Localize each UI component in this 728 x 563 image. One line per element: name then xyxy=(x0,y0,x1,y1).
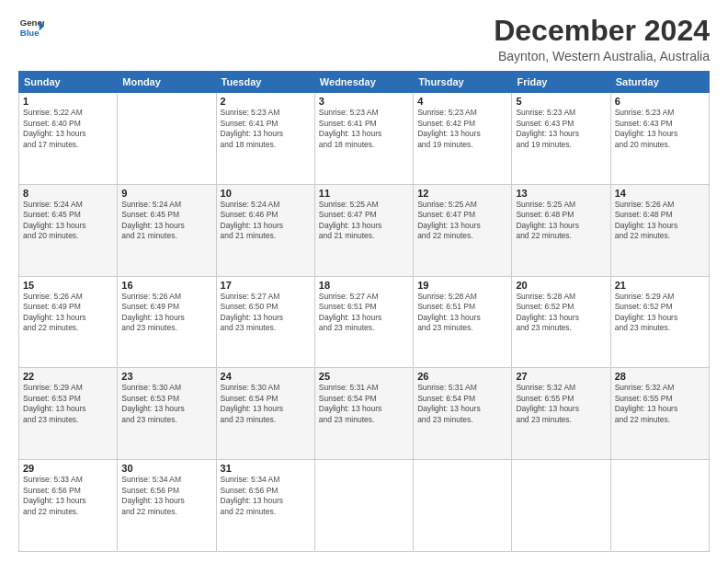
table-row: 30Sunrise: 5:34 AMSunset: 6:56 PMDayligh… xyxy=(118,460,216,552)
table-row: 25Sunrise: 5:31 AMSunset: 6:54 PMDayligh… xyxy=(314,368,413,460)
table-row xyxy=(610,460,709,552)
header-thursday: Thursday xyxy=(414,72,512,93)
table-row: 9Sunrise: 5:24 AMSunset: 6:45 PMDaylight… xyxy=(118,184,216,276)
table-row: 15Sunrise: 5:26 AMSunset: 6:49 PMDayligh… xyxy=(19,276,118,368)
table-row: 24Sunrise: 5:30 AMSunset: 6:54 PMDayligh… xyxy=(216,368,314,460)
table-row: 13Sunrise: 5:25 AMSunset: 6:48 PMDayligh… xyxy=(512,184,610,276)
table-row: 3Sunrise: 5:23 AMSunset: 6:41 PMDaylight… xyxy=(314,93,413,185)
table-row: 16Sunrise: 5:26 AMSunset: 6:49 PMDayligh… xyxy=(118,276,216,368)
header-friday: Friday xyxy=(512,72,610,93)
table-row: 12Sunrise: 5:25 AMSunset: 6:47 PMDayligh… xyxy=(414,184,512,276)
table-row: 19Sunrise: 5:28 AMSunset: 6:51 PMDayligh… xyxy=(414,276,512,368)
header-sunday: Sunday xyxy=(19,72,118,93)
page: General Blue December 2024 Baynton, West… xyxy=(0,0,728,563)
table-row: 28Sunrise: 5:32 AMSunset: 6:55 PMDayligh… xyxy=(610,368,709,460)
table-row: 5Sunrise: 5:23 AMSunset: 6:43 PMDaylight… xyxy=(512,93,610,185)
logo: General Blue xyxy=(18,15,44,40)
table-row: 20Sunrise: 5:28 AMSunset: 6:52 PMDayligh… xyxy=(512,276,610,368)
header-wednesday: Wednesday xyxy=(314,72,413,93)
title-block: December 2024 Baynton, Western Australia… xyxy=(494,15,710,63)
subtitle: Baynton, Western Australia, Australia xyxy=(494,49,710,63)
table-row: 27Sunrise: 5:32 AMSunset: 6:55 PMDayligh… xyxy=(512,368,610,460)
table-row: 14Sunrise: 5:26 AMSunset: 6:48 PMDayligh… xyxy=(610,184,709,276)
table-row xyxy=(118,93,216,185)
calendar-table: Sunday Monday Tuesday Wednesday Thursday… xyxy=(18,71,710,552)
header-saturday: Saturday xyxy=(610,72,709,93)
table-row: 4Sunrise: 5:23 AMSunset: 6:42 PMDaylight… xyxy=(414,93,512,185)
table-row: 17Sunrise: 5:27 AMSunset: 6:50 PMDayligh… xyxy=(216,276,314,368)
table-row: 22Sunrise: 5:29 AMSunset: 6:53 PMDayligh… xyxy=(19,368,118,460)
header-tuesday: Tuesday xyxy=(216,72,314,93)
table-row xyxy=(414,460,512,552)
table-row: 26Sunrise: 5:31 AMSunset: 6:54 PMDayligh… xyxy=(414,368,512,460)
table-row: 21Sunrise: 5:29 AMSunset: 6:52 PMDayligh… xyxy=(610,276,709,368)
header: General Blue December 2024 Baynton, West… xyxy=(18,15,710,63)
table-row: 23Sunrise: 5:30 AMSunset: 6:53 PMDayligh… xyxy=(118,368,216,460)
calendar-header-row: Sunday Monday Tuesday Wednesday Thursday… xyxy=(19,72,710,93)
table-row: 10Sunrise: 5:24 AMSunset: 6:46 PMDayligh… xyxy=(216,184,314,276)
table-row: 18Sunrise: 5:27 AMSunset: 6:51 PMDayligh… xyxy=(314,276,413,368)
logo-icon: General Blue xyxy=(18,15,44,40)
table-row: 29Sunrise: 5:33 AMSunset: 6:56 PMDayligh… xyxy=(19,460,118,552)
table-row xyxy=(314,460,413,552)
header-monday: Monday xyxy=(118,72,216,93)
table-row xyxy=(512,460,610,552)
table-row: 6Sunrise: 5:23 AMSunset: 6:43 PMDaylight… xyxy=(610,93,709,185)
table-row: 11Sunrise: 5:25 AMSunset: 6:47 PMDayligh… xyxy=(314,184,413,276)
main-title: December 2024 xyxy=(494,15,710,47)
svg-text:Blue: Blue xyxy=(20,28,40,38)
table-row: 2Sunrise: 5:23 AMSunset: 6:41 PMDaylight… xyxy=(216,93,314,185)
table-row: 31Sunrise: 5:34 AMSunset: 6:56 PMDayligh… xyxy=(216,460,314,552)
table-row: 1Sunrise: 5:22 AMSunset: 6:40 PMDaylight… xyxy=(19,93,118,185)
table-row: 8Sunrise: 5:24 AMSunset: 6:45 PMDaylight… xyxy=(19,184,118,276)
